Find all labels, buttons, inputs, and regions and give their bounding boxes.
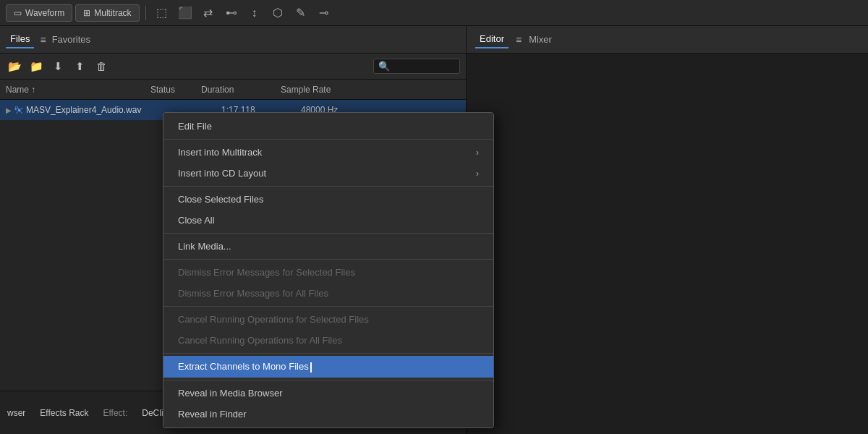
- export-icon[interactable]: ⬆: [71, 58, 88, 75]
- browser-label: wser: [7, 408, 25, 418]
- menu-item-insert-multitrack[interactable]: Insert into Multitrack›: [163, 142, 493, 163]
- menu-item-label-cancel-selected: Cancel Running Operations for Selected F…: [178, 314, 369, 325]
- menu-item-label-extract-channels: Extract Channels to Mono Files: [178, 361, 312, 373]
- editor-tab[interactable]: Editor: [475, 30, 509, 48]
- menu-item-arrow-insert-multitrack: ›: [476, 148, 479, 158]
- menu-item-dismiss-all: Dismiss Error Messages for All Files: [163, 283, 493, 304]
- multitrack-label: Multitrack: [94, 8, 131, 18]
- menu-item-cancel-selected: Cancel Running Operations for Selected F…: [163, 309, 493, 330]
- menu-item-arrow-insert-cd: ›: [476, 169, 479, 179]
- toolbar-btn-4[interactable]: ⊷: [221, 3, 242, 23]
- menu-item-extract-channels[interactable]: Extract Channels to Mono Files: [163, 356, 493, 378]
- import-icon[interactable]: ⬇: [49, 58, 67, 75]
- menu-item-label-close-selected: Close Selected Files: [178, 194, 264, 205]
- expand-arrow-icon: ▶: [6, 106, 12, 114]
- delete-icon[interactable]: 🗑: [93, 58, 110, 75]
- menu-separator-separator4: [163, 259, 493, 260]
- folder-icon[interactable]: 📁: [27, 58, 45, 75]
- col-header-duration[interactable]: Duration: [201, 85, 281, 95]
- toolbar-btn-8[interactable]: ⊸: [314, 3, 334, 23]
- right-panel: Editor ≡ Mixer: [467, 26, 868, 434]
- menu-separator-separator5: [163, 306, 493, 307]
- toolbar-btn-1[interactable]: ⬚: [152, 3, 172, 23]
- right-header: Editor ≡ Mixer: [467, 26, 868, 54]
- toolbar-btn-2[interactable]: ⬛: [175, 3, 195, 23]
- menu-item-edit-file[interactable]: Edit File: [163, 116, 493, 137]
- file-name: MASV_Explainer4_Audio.wav: [26, 105, 171, 115]
- col-header-samplerate[interactable]: Sample Rate: [281, 85, 360, 95]
- cursor-indicator: [310, 362, 312, 373]
- context-menu: Edit FileInsert into Multitrack›Insert i…: [163, 112, 494, 428]
- menu-item-link-media[interactable]: Link Media...: [163, 236, 493, 257]
- waveform-file-icon: ⏧: [14, 105, 23, 115]
- menu-separator-separator2: [163, 186, 493, 187]
- menu-item-label-dismiss-selected: Dismiss Error Messages for Selected File…: [178, 267, 355, 278]
- multitrack-mode-button[interactable]: ⊞ Multitrack: [75, 4, 139, 22]
- col-header-name[interactable]: Name ↑: [6, 85, 150, 95]
- search-icon: 🔍: [378, 61, 390, 72]
- files-tab[interactable]: Files: [6, 30, 34, 48]
- waveform-icon: ▭: [14, 8, 22, 18]
- menu-item-dismiss-selected: Dismiss Error Messages for Selected File…: [163, 262, 493, 283]
- menu-separator-separator7: [163, 380, 493, 380]
- toolbar-divider-1: [145, 6, 146, 20]
- waveform-mode-button[interactable]: ▭ Waveform: [6, 4, 72, 22]
- search-input[interactable]: [393, 61, 458, 72]
- files-menu-icon[interactable]: ≡: [40, 34, 46, 46]
- menu-item-reveal-media[interactable]: Reveal in Media Browser: [163, 383, 493, 404]
- menu-item-close-all[interactable]: Close All: [163, 210, 493, 231]
- menu-item-label-link-media: Link Media...: [178, 241, 231, 252]
- col-header-status[interactable]: Status: [150, 85, 201, 95]
- menu-item-label-close-all: Close All: [178, 215, 215, 226]
- column-headers: Name ↑ Status Duration Sample Rate: [0, 80, 466, 100]
- menu-item-reveal-finder[interactable]: Reveal in Finder: [163, 404, 493, 425]
- menu-item-label-insert-cd: Insert into CD Layout: [178, 168, 266, 179]
- search-box[interactable]: 🔍: [373, 59, 460, 74]
- menu-separator-separator3: [163, 233, 493, 234]
- toolbar-btn-7[interactable]: ✎: [291, 3, 311, 23]
- toolbar-btn-5[interactable]: ↕: [244, 3, 265, 23]
- sort-icon: ↑: [31, 85, 35, 95]
- menu-item-label-insert-multitrack: Insert into Multitrack: [178, 147, 262, 158]
- favorites-tab[interactable]: Favorites: [52, 34, 90, 45]
- menu-separator-separator1: [163, 139, 493, 140]
- multitrack-icon: ⊞: [83, 8, 90, 18]
- menu-item-label-dismiss-all: Dismiss Error Messages for All Files: [178, 288, 328, 299]
- editor-menu-icon[interactable]: ≡: [516, 34, 522, 46]
- menu-item-label-reveal-finder: Reveal in Finder: [178, 409, 247, 420]
- menu-item-label-cancel-all: Cancel Running Operations for All Files: [178, 335, 342, 346]
- toolbar-btn-6[interactable]: ⬡: [268, 3, 288, 23]
- toolbar-btn-3[interactable]: ⇄: [198, 3, 218, 23]
- waveform-label: Waveform: [25, 8, 64, 18]
- files-toolbar: 📂 📁 ⬇ ⬆ 🗑 🔍: [0, 54, 466, 80]
- menu-item-label-reveal-media: Reveal in Media Browser: [178, 388, 283, 399]
- menu-item-close-selected[interactable]: Close Selected Files: [163, 189, 493, 210]
- top-toolbar: ▭ Waveform ⊞ Multitrack ⬚ ⬛ ⇄ ⊷ ↕ ⬡ ✎ ⊸: [0, 0, 868, 26]
- menu-item-label-edit-file: Edit File: [178, 121, 212, 132]
- folder-open-icon[interactable]: 📂: [6, 58, 23, 75]
- effect-label: Effect:: [103, 408, 127, 418]
- menu-item-cancel-all: Cancel Running Operations for All Files: [163, 330, 493, 351]
- effects-rack-label: Effects Rack: [40, 408, 88, 418]
- menu-item-insert-cd[interactable]: Insert into CD Layout›: [163, 163, 493, 184]
- menu-separator-separator6: [163, 353, 493, 354]
- files-header: Files ≡ Favorites: [0, 26, 466, 54]
- mixer-tab[interactable]: Mixer: [529, 34, 552, 45]
